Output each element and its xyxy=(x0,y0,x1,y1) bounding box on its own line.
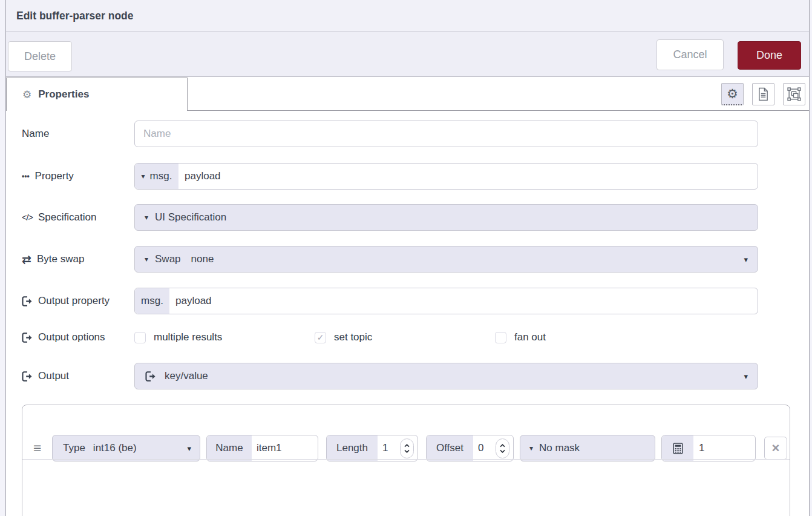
name-field xyxy=(134,121,758,147)
chevron-down-icon: ▾ xyxy=(529,444,533,452)
property-type-label: msg. xyxy=(150,170,172,182)
chevron-down-icon xyxy=(404,449,410,453)
row-output: Output key/value ▾ xyxy=(22,363,758,389)
row-specification: </> Specification ▾ UI Specification xyxy=(22,204,758,231)
property-label: ••• Property xyxy=(22,170,134,182)
item-name-field: Name xyxy=(206,435,318,461)
output-options-label: Output options xyxy=(22,331,134,343)
items-list: ≡ Type int16 (be) ▾ Name Length xyxy=(22,405,790,516)
dialog-header: Edit buffer-parser node xyxy=(6,0,809,32)
item-length-prefix: Length xyxy=(327,435,378,461)
specification-label: </> Specification xyxy=(22,211,134,223)
chevron-down-icon xyxy=(500,449,505,453)
item-mask-value: No mask xyxy=(539,442,580,454)
chevron-up-icon xyxy=(404,444,410,448)
dialog-toolbar: Delete Cancel Done xyxy=(6,32,809,77)
row-name: Name xyxy=(22,121,758,147)
node-appearance-button[interactable] xyxy=(783,83,805,105)
remove-item-button[interactable]: × xyxy=(764,437,787,460)
sign-out-icon xyxy=(22,332,33,343)
editor-right-edge xyxy=(809,0,812,516)
row-output-property: Output property msg. xyxy=(22,288,758,314)
length-spinner[interactable] xyxy=(400,438,414,458)
calculator-icon xyxy=(673,443,683,454)
byte-swap-value: none xyxy=(181,253,214,265)
group-select-icon xyxy=(787,87,801,101)
item-name-input[interactable] xyxy=(252,435,318,461)
set-topic-checkbox[interactable]: ✓ xyxy=(315,332,326,343)
ellipsis-icon: ••• xyxy=(22,172,30,180)
editor-left-edge xyxy=(0,0,6,516)
option-fan-out: ✓ fan out xyxy=(495,331,546,343)
chevron-up-icon xyxy=(500,444,505,448)
chevron-down-icon: ▾ xyxy=(187,444,191,453)
item-type-select[interactable]: Type int16 (be) ▾ xyxy=(52,435,200,461)
item-length-field: Length xyxy=(326,435,418,461)
item-offset-field: Offset xyxy=(426,435,514,461)
item-mask-select[interactable]: ▾ No mask xyxy=(520,435,655,461)
item-name-prefix: Name xyxy=(207,435,252,461)
item-scale-prefix xyxy=(662,435,693,461)
specification-select[interactable]: ▾ UI Specification xyxy=(134,204,758,231)
sign-out-icon xyxy=(22,296,33,306)
gear-icon: ⚙ xyxy=(727,87,738,101)
output-select[interactable]: key/value ▾ xyxy=(134,363,758,389)
item-row: ≡ Type int16 (be) ▾ Name Length xyxy=(22,420,790,448)
done-button[interactable]: Done xyxy=(738,41,801,70)
output-property-field: msg. xyxy=(134,288,758,314)
tab-properties[interactable]: ⚙ Properties xyxy=(6,78,188,111)
gear-icon: ⚙ xyxy=(22,88,31,101)
option-multiple-results: ✓ multiple results xyxy=(134,331,222,343)
multiple-results-checkbox[interactable]: ✓ xyxy=(134,332,146,343)
item-row-divider xyxy=(22,459,790,460)
item-offset-prefix: Offset xyxy=(427,435,473,461)
output-property-input[interactable] xyxy=(169,288,758,314)
row-output-options: Output options ✓ multiple results ✓ set … xyxy=(22,329,758,346)
item-scale-input[interactable] xyxy=(693,435,756,461)
node-description-button[interactable] xyxy=(752,83,774,105)
chevron-down-icon: ▾ xyxy=(744,255,748,264)
output-property-label: Output property xyxy=(22,295,134,307)
row-property: ••• Property ▾ msg. xyxy=(22,163,758,190)
name-input[interactable] xyxy=(135,121,758,147)
offset-spinner[interactable] xyxy=(496,438,509,458)
dialog-title: Edit buffer-parser node xyxy=(16,10,134,22)
byte-swap-prefix: Swap xyxy=(148,253,181,265)
check-icon: ✓ xyxy=(317,333,324,342)
description-icon xyxy=(758,87,769,101)
tab-properties-label: Properties xyxy=(38,88,89,101)
drag-handle-icon[interactable]: ≡ xyxy=(33,435,41,461)
chevron-down-icon: ▾ xyxy=(744,372,748,381)
chevron-down-icon: ▾ xyxy=(142,172,145,180)
property-type-select[interactable]: ▾ msg. xyxy=(135,164,178,189)
option-set-topic: ✓ set topic xyxy=(315,331,372,343)
cancel-button[interactable]: Cancel xyxy=(656,39,724,70)
swap-icon: ⇄ xyxy=(22,253,31,266)
code-icon: </> xyxy=(22,213,33,222)
property-field: ▾ msg. xyxy=(134,163,758,190)
delete-button[interactable]: Delete xyxy=(8,41,72,71)
specification-value: UI Specification xyxy=(148,211,226,223)
property-input[interactable] xyxy=(178,164,758,189)
row-byte-swap: ⇄ Byte swap ▾ Swap none ▾ xyxy=(22,246,758,273)
output-value: key/value xyxy=(156,370,208,382)
item-scale-field xyxy=(661,435,756,461)
name-label: Name xyxy=(22,128,134,140)
item-type-value: int16 (be) xyxy=(93,442,137,454)
edit-properties-button[interactable]: ⚙ xyxy=(721,83,744,105)
byte-swap-select[interactable]: ▾ Swap none ▾ xyxy=(134,246,758,273)
sign-out-icon xyxy=(22,371,33,382)
output-label: Output xyxy=(22,370,134,382)
output-property-type[interactable]: msg. xyxy=(135,288,169,314)
sign-out-icon xyxy=(145,371,156,382)
edit-node-dialog: Edit buffer-parser node Delete Cancel Do… xyxy=(0,0,812,516)
close-icon: × xyxy=(772,442,780,455)
output-property-type-label: msg. xyxy=(141,295,163,307)
tabbar-divider xyxy=(188,110,809,111)
byte-swap-label: ⇄ Byte swap xyxy=(22,253,134,266)
fan-out-checkbox[interactable]: ✓ xyxy=(495,332,506,343)
